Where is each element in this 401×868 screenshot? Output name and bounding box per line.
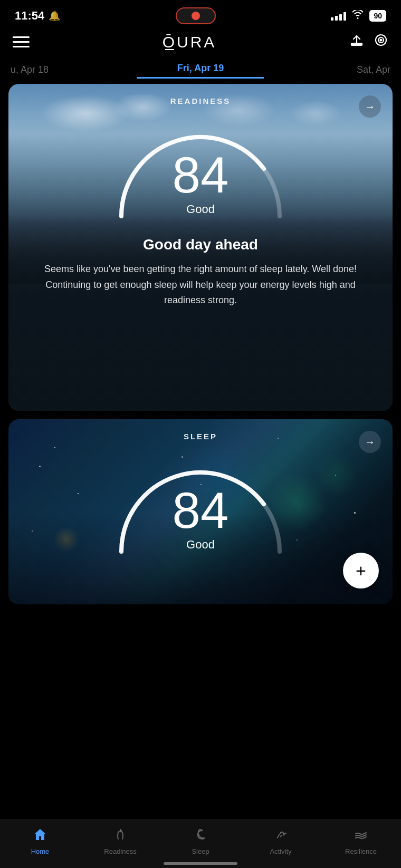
cards-container: → READINESS 84 Good Good day ahead Seems… [0, 84, 401, 604]
target-button[interactable] [374, 33, 388, 51]
sleep-gauge-center: 84 Good [173, 485, 229, 552]
tab-bar: Home Readiness Sleep Activity [0, 819, 401, 868]
status-bar: 11:54 🔔 90 [0, 0, 401, 28]
fab-add-button[interactable]: + [343, 553, 379, 589]
sleep-arrow-button[interactable]: → [359, 431, 381, 453]
recording-pill [176, 7, 216, 24]
tab-home[interactable]: Home [0, 827, 80, 855]
tab-sleep[interactable]: Sleep [160, 827, 241, 855]
sleep-card-content: SLEEP 84 Good [8, 419, 393, 604]
svg-line-8 [120, 830, 121, 831]
home-indicator [164, 862, 237, 865]
readiness-card[interactable]: → READINESS 84 Good Good day ahead Seems… [8, 84, 393, 411]
readiness-gauge: 84 Good [24, 111, 377, 227]
header-actions [349, 33, 388, 51]
tab-home-label: Home [31, 847, 50, 855]
svg-point-6 [380, 40, 382, 41]
readiness-card-title: READINESS [24, 97, 377, 105]
readiness-score-label: Good [173, 202, 229, 216]
sleep-card[interactable]: → SLEEP 84 Good + [8, 419, 393, 604]
menu-button[interactable] [13, 36, 30, 47]
sleep-card-title: SLEEP [24, 432, 377, 441]
recording-indicator [176, 7, 216, 24]
app-header: ŌURA [0, 28, 401, 57]
next-date[interactable]: Sat, Apr [264, 62, 401, 78]
readiness-arrow-button[interactable]: → [359, 95, 381, 118]
tab-resilience[interactable]: Resilience [321, 827, 401, 855]
sleep-gauge: 84 Good [24, 446, 377, 562]
upload-button[interactable] [349, 33, 364, 51]
plus-icon: + [356, 561, 366, 581]
sleep-icon [193, 827, 208, 844]
arrow-right-icon: → [365, 101, 375, 113]
gauge-center-values: 84 Good [173, 150, 229, 216]
logo-letter-o: Ō [163, 33, 177, 51]
sleep-score-label: Good [173, 538, 229, 552]
tab-sleep-label: Sleep [192, 847, 209, 855]
tab-readiness-label: Readiness [104, 847, 136, 855]
readiness-card-content: READINESS 84 Good Good day ahead Seems l… [8, 84, 393, 327]
readiness-headline: Good day ahead [24, 236, 377, 253]
current-date[interactable]: Fri, Apr 19 [137, 61, 264, 79]
status-time-group: 11:54 🔔 [15, 9, 60, 23]
prev-date[interactable]: u, Apr 18 [0, 62, 137, 78]
tab-readiness[interactable]: Readiness [80, 827, 160, 855]
sleep-score: 84 [173, 485, 229, 536]
signal-icon [331, 11, 346, 21]
tab-activity-label: Activity [270, 847, 291, 855]
wifi-icon [351, 10, 364, 22]
app-logo: ŌURA [163, 33, 217, 51]
resilience-icon [354, 827, 368, 844]
notification-icon: 🔔 [49, 10, 60, 22]
time-display: 11:54 [15, 9, 44, 23]
readiness-description: Seems like you've been getting the right… [24, 262, 377, 308]
arrow-right-icon-sleep: → [365, 436, 375, 448]
recording-dot [192, 12, 200, 20]
battery-indicator: 90 [369, 10, 386, 22]
status-icons: 90 [331, 10, 386, 22]
readiness-icon [113, 827, 128, 844]
activity-icon [273, 827, 288, 844]
date-navigation: u, Apr 18 Fri, Apr 19 Sat, Apr [0, 57, 401, 84]
home-icon [33, 827, 47, 844]
tab-activity[interactable]: Activity [241, 827, 321, 855]
tab-resilience-label: Resilience [345, 847, 377, 855]
readiness-score: 84 [173, 150, 229, 200]
